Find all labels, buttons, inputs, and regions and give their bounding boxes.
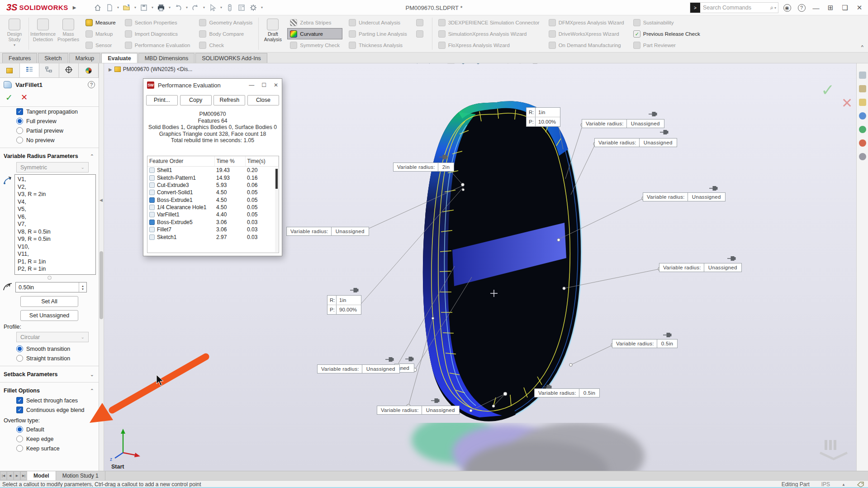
- pin-icon[interactable]: [649, 112, 657, 116]
- callout-value[interactable]: 10.00%: [536, 117, 556, 126]
- resources-pull-tab[interactable]: [819, 440, 848, 463]
- quick-access-print-button[interactable]: [156, 3, 166, 13]
- chevron-down-icon[interactable]: ▾: [117, 5, 119, 10]
- user-account-button[interactable]: ◉: [781, 2, 793, 14]
- set-unassigned-button[interactable]: Set Unassigned: [20, 310, 78, 321]
- tab-mbd-dimensions[interactable]: MBD Dimensions: [138, 53, 195, 63]
- scrollbar-thumb[interactable]: [100, 251, 103, 319]
- close-button[interactable]: Close: [247, 95, 279, 105]
- quick-access-redo-button[interactable]: [190, 3, 201, 13]
- radio-no-preview[interactable]: No preview: [0, 135, 99, 145]
- table-row[interactable]: Sketch12.970.03: [147, 233, 279, 240]
- callout-value[interactable]: Unassigned: [688, 193, 725, 201]
- previous-view-button[interactable]: [434, 63, 444, 67]
- table-row[interactable]: Cut-Extrude35.930.06: [147, 182, 279, 189]
- table-row[interactable]: Boss-Extrude53.060.03: [147, 219, 279, 226]
- tab-evaluate[interactable]: Evaluate: [101, 53, 137, 63]
- search-input[interactable]: > Search Commands ⌕ ▾: [690, 2, 778, 13]
- chevron-down-icon[interactable]: ▾: [203, 5, 205, 10]
- tab-scroll-last-button[interactable]: ▶|: [20, 471, 27, 480]
- variable-radius-callout[interactable]: Variable radius:Unassigned: [659, 263, 742, 272]
- callout-value[interactable]: 0.5in: [579, 389, 599, 397]
- ribbon-button-check[interactable]: Check: [196, 39, 255, 51]
- quick-access-file-properties-button[interactable]: [236, 3, 247, 13]
- help-icon[interactable]: ?: [88, 81, 95, 88]
- confirmation-corner-ok-icon[interactable]: ✓: [821, 81, 835, 100]
- list-item[interactable]: V4,: [18, 198, 93, 206]
- callout-value[interactable]: 1in: [337, 296, 346, 305]
- ribbon-button-interference-detection[interactable]: Interference Detection: [30, 17, 56, 51]
- radio-smooth-transition[interactable]: Smooth transition: [0, 344, 99, 354]
- collapse-icon[interactable]: ⌃: [90, 388, 94, 394]
- ribbon-button-symmetry-check[interactable]: Symmetry Check: [287, 39, 342, 51]
- feature-statistics-table[interactable]: Feature Order Time % Time(s) Shell119.43…: [147, 156, 279, 253]
- setback-parameters-section[interactable]: Setback Parameters ⌄: [0, 369, 99, 379]
- table-row[interactable]: Boss-Extrude14.500.05: [147, 196, 279, 204]
- ribbon-button-parting-line-analysis[interactable]: Parting Line Analysis: [346, 28, 410, 39]
- variable-radius-parameters-section[interactable]: Variable Radius Parameters ⌃: [0, 151, 99, 161]
- minimize-button[interactable]: —: [810, 2, 822, 14]
- panel-tab-displaymanager[interactable]: [79, 63, 99, 77]
- forum-icon[interactable]: [859, 153, 866, 160]
- ribbon-button-thickness-analysis[interactable]: Thickness Analysis: [346, 39, 410, 51]
- list-item[interactable]: V11,: [18, 250, 93, 258]
- ribbon-button-compare-document-icon[interactable]: [413, 17, 429, 28]
- ribbon-button-zebra-stripes[interactable]: Zebra Stripes: [287, 17, 342, 28]
- zoom-area-button[interactable]: [422, 63, 432, 67]
- chevron-down-icon[interactable]: ▾: [220, 5, 222, 10]
- list-item[interactable]: V6,: [18, 213, 93, 221]
- tab-scroll-prev-button[interactable]: ◀: [7, 471, 14, 480]
- column-feature-order[interactable]: Feature Order: [147, 156, 214, 167]
- list-item[interactable]: V2,: [18, 183, 93, 191]
- ribbon-button-simulationxpress-analysis-wizard[interactable]: SimulationXpress Analysis Wizard: [436, 28, 542, 39]
- tab-solidworks-add-ins[interactable]: SOLIDWORKS Add-Ins: [195, 53, 267, 63]
- ribbon-button-performance-evaluation[interactable]: Performance Evaluation: [122, 39, 193, 51]
- dialog-maximize-icon[interactable]: ☐: [261, 82, 266, 88]
- radio-partial-preview[interactable]: Partial preview: [0, 126, 99, 135]
- quick-access-select-button[interactable]: [207, 3, 218, 13]
- callout-value[interactable]: Unassigned: [332, 227, 369, 235]
- tab-markup[interactable]: Markup: [69, 53, 101, 63]
- list-item[interactable]: V7,: [18, 220, 93, 228]
- variable-radius-callout[interactable]: Variable radius:Unassigned: [286, 227, 369, 236]
- quick-access-save-button[interactable]: [138, 3, 149, 13]
- variable-radius-callout[interactable]: Variable radius:Unassigned: [582, 119, 664, 128]
- units-caret-icon[interactable]: ▲: [842, 483, 845, 487]
- profile-dropdown[interactable]: Circular ⌄: [16, 332, 89, 342]
- section-view-button[interactable]: [446, 63, 456, 67]
- tab-model[interactable]: Model: [27, 471, 56, 480]
- resources-icon[interactable]: [859, 72, 866, 79]
- ribbon-button-driveworksxpress-wizard[interactable]: DriveWorksXpress Wizard: [546, 28, 627, 39]
- dialog-minimize-icon[interactable]: —: [249, 82, 254, 88]
- quick-access-new-document-button[interactable]: [104, 3, 115, 13]
- ribbon-collapse-icon[interactable]: ^: [861, 44, 863, 50]
- quick-access-options-gear-button[interactable]: [248, 3, 259, 13]
- print-button[interactable]: Print...: [146, 95, 178, 105]
- quick-access-rebuild-button[interactable]: [224, 3, 235, 13]
- feature-tree-root[interactable]: ▶ PM009670 (WN2025) <Dis...: [109, 66, 192, 72]
- tab-motion-study[interactable]: Motion Study 1: [56, 471, 105, 480]
- expand-icon[interactable]: ⌄: [90, 372, 94, 378]
- custom-properties-icon[interactable]: [859, 139, 866, 147]
- table-scrollbar[interactable]: [275, 168, 278, 252]
- ribbon-button-floxpress-analysis-wizard[interactable]: FloXpress Analysis Wizard: [436, 39, 542, 51]
- edit-appearance-button[interactable]: [503, 63, 513, 67]
- performance-evaluation-dialog[interactable]: SW Performance Evaluation — ☐ ✕ Print...…: [143, 78, 282, 256]
- ribbon-button-markup[interactable]: Markup: [83, 28, 119, 39]
- radio-default[interactable]: Default: [0, 425, 99, 434]
- list-resize-handle[interactable]: [47, 276, 52, 280]
- ribbon-button-3dexperience-simulation-connector[interactable]: 3DEXPERIENCE Simulation Connector: [436, 17, 542, 28]
- copy-button[interactable]: Copy: [180, 95, 212, 105]
- ribbon-button-mass-properties[interactable]: Mass Properties: [56, 17, 81, 51]
- variable-radius-callout[interactable]: Variable radius:2in: [393, 163, 454, 172]
- radio-keep-edge[interactable]: Keep edge: [0, 434, 99, 444]
- list-item[interactable]: V10,: [18, 243, 93, 251]
- tag-icon[interactable]: [857, 482, 864, 488]
- callout-value[interactable]: 1in: [536, 108, 545, 117]
- chevron-down-icon[interactable]: ▾: [169, 5, 171, 10]
- fillet-options-section[interactable]: Fillet Options ⌃: [0, 385, 99, 396]
- zoom-fit-button[interactable]: [409, 63, 419, 67]
- pin-icon[interactable]: [709, 187, 717, 191]
- callout-value[interactable]: Unassigned: [422, 406, 459, 414]
- panel-tab-dimxpert[interactable]: [59, 63, 79, 77]
